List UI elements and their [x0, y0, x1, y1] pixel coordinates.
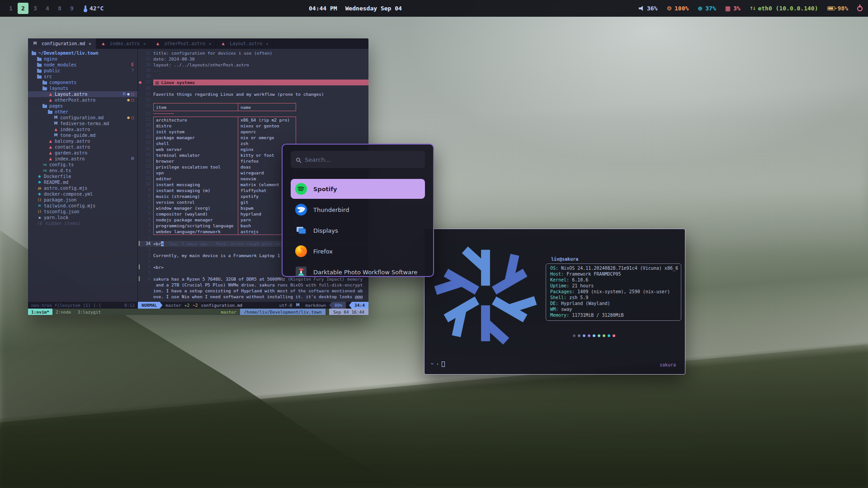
tree-item-README.md[interactable]: README.md — [28, 179, 137, 185]
tmux-window-2:node[interactable]: 2:node — [52, 309, 74, 315]
tree-item-components[interactable]: components — [28, 80, 137, 85]
tree-item-tailwind.config.mjs[interactable]: tailwind.config.mjs — [28, 203, 137, 209]
tree-item-index.astro[interactable]: index.astroH — [28, 156, 137, 162]
line-number — [142, 288, 153, 294]
launcher-item-Thunderbird[interactable]: Thunderbird — [291, 200, 425, 220]
markdown-file-icon — [53, 121, 58, 126]
workspace-button-3[interactable]: 3 — [30, 3, 41, 14]
sign-column — [138, 247, 142, 253]
tree-item-docker-compose.yml[interactable]: docker-compose.yml — [28, 191, 137, 197]
table-header-item: item — [154, 103, 238, 111]
buffer-line: 24 — [138, 97, 368, 103]
tab-otherPost.astro[interactable]: otherPost.astro× — [151, 38, 216, 49]
workspace-button-1[interactable]: 1 — [5, 3, 16, 14]
thunderbird-icon — [295, 204, 307, 216]
docker-icon — [37, 192, 42, 197]
tree-item-label: components — [49, 80, 76, 85]
tree-item-Dockerfile[interactable]: Dockerfile — [28, 174, 137, 179]
launcher-item-Spotify[interactable]: Spotify — [291, 179, 425, 199]
launcher-item-Darktable Photo Workflow Software[interactable]: Darktable Photo Workflow Software — [291, 262, 425, 277]
tmux-window-1:nvim*[interactable]: 1:nvim* — [28, 309, 52, 315]
status-badge: □ — [132, 91, 134, 97]
workspace-button-4[interactable]: 4 — [42, 3, 53, 14]
line-text: layout: ../../layouts/otherPost.astro — [153, 62, 368, 68]
search-box[interactable] — [291, 151, 425, 168]
tree-item-nginx[interactable]: nginx — [28, 56, 137, 62]
tree-item-fediverse-terms.md[interactable]: fediverse-terms.md — [28, 121, 137, 127]
sign-column — [138, 97, 142, 103]
tab-configuration.md[interactable]: configuration.md× — [28, 38, 96, 49]
table-row: webdev language/frameworkastrojs — [154, 229, 296, 235]
line-number: 23 — [138, 103, 153, 111]
tree-item-yarn.lock[interactable]: yarn.lock — [28, 215, 137, 221]
tree-item-public[interactable]: public? — [28, 68, 137, 74]
file-tree[interactable]: ~/Development/liv.townnginxnode_modulesE… — [28, 49, 138, 302]
launcher-item-label: Spotify — [313, 186, 337, 192]
tree-item-config.ts[interactable]: config.ts — [28, 162, 137, 168]
tree-item-src[interactable]: src — [28, 74, 137, 80]
tree-item-package.json[interactable]: package.json — [28, 197, 137, 203]
battery-module[interactable]: 98% — [827, 5, 848, 12]
launcher-item-Firefox[interactable]: Firefox — [291, 241, 425, 261]
tree-item-balcony.astro[interactable]: balcony.astro — [28, 138, 137, 144]
workspace-button-9[interactable]: 9 — [66, 3, 77, 14]
brightness-module[interactable]: ⚙100% — [666, 5, 689, 12]
tab-close-icon[interactable]: × — [143, 42, 146, 46]
tree-item-otherPost.astro[interactable]: otherPost.astro●□ — [28, 97, 137, 103]
temperature-module[interactable]: 42°C — [85, 5, 104, 12]
tree-item-layouts[interactable]: layouts — [28, 85, 137, 91]
tab-Layout.astro[interactable]: Layout.astro× — [216, 38, 274, 49]
fetch-field-label: Packages: — [550, 289, 577, 294]
tab-label: index.astro — [110, 41, 140, 46]
tree-root[interactable]: ~/Development/liv.town — [28, 50, 137, 56]
tab-index.astro[interactable]: index.astro× — [96, 38, 151, 49]
tmux-window-3:lazygit[interactable]: 3:lazygit — [74, 309, 104, 315]
tree-item-tone-guide.md[interactable]: tone-guide.md — [28, 132, 137, 138]
power-module[interactable] — [857, 6, 863, 11]
launcher-item-Displays[interactable]: Displays — [291, 221, 425, 240]
tree-item-garden.astro[interactable]: garden.astro — [28, 150, 137, 156]
sign-column — [138, 258, 142, 264]
line-text: --- — [153, 68, 368, 74]
workspace-button-8[interactable]: 8 — [54, 3, 65, 14]
line-text — [153, 97, 368, 103]
line-number: 12 — [138, 169, 153, 175]
network-module[interactable]: ↑↓eth0 (10.0.0.140) — [750, 5, 818, 12]
tree-item-pages[interactable]: pages — [28, 103, 137, 109]
tab-close-icon[interactable]: × — [266, 42, 268, 46]
launcher-item-label: Thunderbird — [313, 206, 349, 213]
line-number: 1 — [142, 247, 153, 253]
tree-item-env.d.ts[interactable]: env.d.ts — [28, 168, 137, 174]
tree-item-label: public — [44, 68, 60, 74]
line-number: 32 — [142, 50, 153, 56]
clock[interactable]: 04:44 PM Wednesday Sep 04 — [309, 0, 402, 17]
volume-module[interactable]: 36% — [639, 5, 657, 12]
search-input[interactable] — [305, 156, 420, 163]
tree-item-label: tsconfig.json — [44, 209, 79, 215]
tab-close-icon[interactable]: × — [89, 42, 91, 46]
fetch-field-OS: OS: NixOS 24.11.20240828.71e91c4 (Vicuna… — [550, 265, 677, 271]
line-number: 27 — [142, 80, 153, 85]
tree-item-node_modules[interactable]: node_modulesE — [28, 62, 137, 68]
tree-item-astro.config.mjs[interactable]: astro.config.mjs — [28, 185, 137, 191]
tab-close-icon[interactable]: × — [209, 42, 211, 46]
tmux-path: /home/liv/Development/liv.town — [240, 309, 326, 315]
cpu-module[interactable]: ▦3% — [725, 5, 741, 12]
tree-item-Layout.astro[interactable]: Layout.astroH●□ — [28, 91, 137, 97]
workspace-button-2[interactable]: 2 — [18, 3, 28, 14]
table-body: architecturex86_64 (rip m2 pro)distronix… — [153, 117, 296, 235]
tree-item-contact.astro[interactable]: contact.astro — [28, 144, 137, 150]
sign-column — [138, 270, 142, 276]
disk-module[interactable]: ⊕37% — [698, 5, 716, 12]
temperature-label: 42°C — [90, 5, 104, 12]
neotree-status-left: neo-tree filesystem [1] [-] — [31, 303, 101, 308]
tree-item-other[interactable]: other — [28, 109, 137, 115]
table-cell-item: browser — [154, 158, 238, 164]
tree-item-configuration.md[interactable]: configuration.md●□ — [28, 115, 137, 121]
tree-item-tsconfig.json[interactable]: tsconfig.json — [28, 209, 137, 215]
shell-prompt[interactable]: ~ › — [431, 361, 445, 367]
tab-label: configuration.md — [42, 41, 85, 46]
line-number: 15 — [138, 152, 153, 158]
tree-item-index.astro[interactable]: index.astro — [28, 127, 137, 132]
fetch-field-Packages: Packages: 1409 (nix-system), 2590 (nix-u… — [550, 289, 677, 295]
